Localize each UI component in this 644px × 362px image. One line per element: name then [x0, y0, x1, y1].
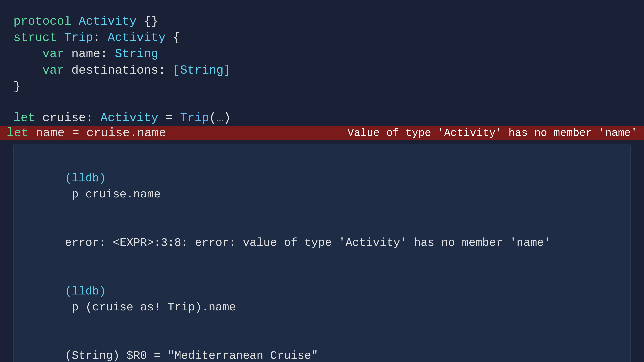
equals-cruise: = [158, 110, 173, 126]
error-line: let name = cruise . name Value of type '… [0, 126, 644, 140]
ellipsis: … [216, 110, 224, 126]
code-line-struct: struct Trip : Activity { [14, 30, 630, 46]
empty-line-1 [14, 95, 630, 110]
struct-parent: Activity [108, 30, 166, 46]
debug-line-1: (lldb) p cruise.name [24, 154, 620, 218]
protocol-name: Activity [79, 13, 137, 30]
code-editor: protocol Activity {} struct Trip : Activ… [14, 13, 630, 362]
lldb-prompt-2: (lldb) [65, 285, 106, 298]
code-line-protocol: protocol Activity {} [14, 13, 630, 30]
type-string-array: [String] [166, 62, 231, 79]
debug-line-3: (lldb) p (cruise as! Trip).name [24, 267, 620, 331]
obj-cruise: cruise [79, 126, 130, 140]
var-cruise: cruise [35, 110, 86, 126]
keyword-protocol: protocol [14, 13, 72, 30]
colon-struct: : [93, 30, 100, 46]
error-message: Value of type 'Activity' has no member '… [348, 127, 637, 139]
debug-command-1: p cruise.name [65, 188, 161, 201]
debug-line-4: (String) $R0 = "Mediterranean Cruise" [24, 332, 620, 362]
func-trip: Trip [173, 110, 209, 126]
brace-close-struct: } [14, 79, 21, 95]
paren-open: ( [209, 110, 216, 126]
indent-dest [14, 62, 42, 79]
prop-name: name [64, 46, 100, 62]
keyword-var-dest: var [42, 62, 64, 79]
debug-error-text: error: <EXPR>:3:8: error: value of type … [65, 236, 551, 249]
paren-close: ) [224, 110, 231, 126]
prop-destinations: destinations [64, 62, 158, 79]
brace-protocol: {} [137, 13, 158, 30]
colon-name: : [100, 46, 108, 62]
debug-command-2: p (cruise as! Trip).name [65, 301, 236, 314]
keyword-let-name: let [7, 126, 28, 140]
code-line-var-destinations: var destinations : [String] [14, 62, 630, 79]
colon-dest: : [158, 62, 166, 79]
keyword-var-name: var [42, 46, 64, 62]
debug-line-2: error: <EXPR>:3:8: error: value of type … [24, 219, 620, 267]
debug-panel: (lldb) p cruise.name error: <EXPR>:3:8: … [14, 144, 630, 362]
code-line-var-name: var name : String [14, 46, 630, 62]
keyword-struct: struct [14, 30, 57, 46]
code-line-let-cruise: let cruise : Activity = Trip ( … ) [14, 110, 630, 126]
indent-name [14, 46, 42, 62]
colon-cruise: : [86, 110, 93, 126]
keyword-let-cruise: let [14, 110, 35, 126]
lldb-prompt-1: (lldb) [65, 172, 106, 185]
brace-struct: { [166, 30, 180, 46]
debug-result-text: (String) $R0 = "Mediterranean Cruise" [65, 349, 318, 362]
type-string: String [108, 46, 158, 62]
equals-name: = [65, 126, 79, 140]
dot-name: . [130, 126, 137, 140]
var-name-let: name [28, 126, 65, 140]
code-line-close-struct: } [14, 79, 630, 95]
prop-name-access: name [137, 126, 166, 140]
type-activity: Activity [93, 110, 158, 126]
error-code-part: let name = cruise . name [7, 126, 166, 140]
struct-name: Trip [64, 30, 93, 46]
